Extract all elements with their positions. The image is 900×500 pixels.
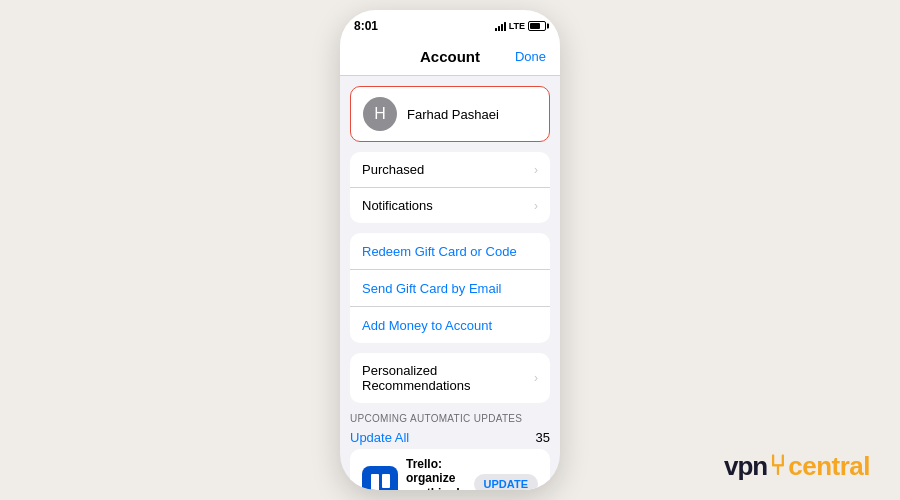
- trello-app-icon: [362, 466, 398, 490]
- purchased-row[interactable]: Purchased ›: [350, 152, 550, 188]
- personalized-section[interactable]: Personalized Recommendations ›: [350, 353, 550, 403]
- updates-section-header: UPCOMING AUTOMATIC UPDATES: [350, 413, 550, 424]
- avatar: H: [363, 97, 397, 131]
- add-money-row[interactable]: Add Money to Account: [350, 307, 550, 343]
- battery-icon: [528, 21, 546, 31]
- lte-label: LTE: [509, 21, 525, 31]
- trello-header: Trello: organize anything! Yesterday UPD…: [362, 457, 538, 490]
- redeem-label: Redeem Gift Card or Code: [362, 244, 517, 259]
- settings-section: Purchased › Notifications ›: [350, 152, 550, 223]
- add-money-label: Add Money to Account: [362, 318, 492, 333]
- done-button[interactable]: Done: [515, 49, 546, 64]
- nav-title: Account: [420, 48, 480, 65]
- chevron-right-icon: ›: [534, 199, 538, 213]
- purchased-label: Purchased: [362, 162, 534, 177]
- trello-name: Trello: organize anything!: [406, 457, 466, 490]
- chevron-right-icon: ›: [534, 163, 538, 177]
- notifications-label: Notifications: [362, 198, 534, 213]
- avatar-initial: H: [374, 105, 386, 123]
- app-update-trello: Trello: organize anything! Yesterday UPD…: [350, 449, 550, 490]
- central-text: central: [788, 451, 870, 482]
- vpn-text: vpn: [724, 451, 767, 482]
- trello-col2: [382, 474, 390, 488]
- personalized-label: Personalized Recommendations: [362, 363, 534, 393]
- send-gift-card-row[interactable]: Send Gift Card by Email: [350, 270, 550, 307]
- signal-bars-icon: [495, 22, 506, 31]
- send-label: Send Gift Card by Email: [362, 281, 501, 296]
- status-icons: LTE: [495, 21, 546, 31]
- trello-icon-inner: [371, 474, 390, 490]
- nav-bar: Account Done: [340, 38, 560, 76]
- trello-update-button[interactable]: UPDATE: [474, 474, 538, 490]
- vpn-central-watermark: vpn ⑂ central: [724, 450, 870, 482]
- trello-col1: [371, 474, 379, 490]
- update-count: 35: [536, 430, 550, 445]
- redeem-gift-card-row[interactable]: Redeem Gift Card or Code: [350, 233, 550, 270]
- status-time: 8:01: [354, 19, 378, 33]
- personalized-row[interactable]: Personalized Recommendations ›: [350, 353, 550, 403]
- user-name: Farhad Pashaei: [407, 107, 499, 122]
- scroll-content: H Farhad Pashaei Purchased › Notificatio…: [340, 76, 560, 490]
- status-bar: 8:01 LTE: [340, 10, 560, 38]
- user-profile-row[interactable]: H Farhad Pashaei: [350, 86, 550, 142]
- fork-icon: ⑂: [769, 450, 786, 482]
- update-all-row: Update All 35: [340, 428, 560, 449]
- gift-cards-section: Redeem Gift Card or Code Send Gift Card …: [350, 233, 550, 343]
- phone-frame: 8:01 LTE Account Done H Farhad Pashaei: [340, 10, 560, 490]
- update-all-button[interactable]: Update All: [350, 430, 409, 445]
- notifications-row[interactable]: Notifications ›: [350, 188, 550, 223]
- battery-fill: [530, 23, 540, 29]
- chevron-right-icon: ›: [534, 371, 538, 385]
- trello-info: Trello: organize anything! Yesterday: [406, 457, 466, 490]
